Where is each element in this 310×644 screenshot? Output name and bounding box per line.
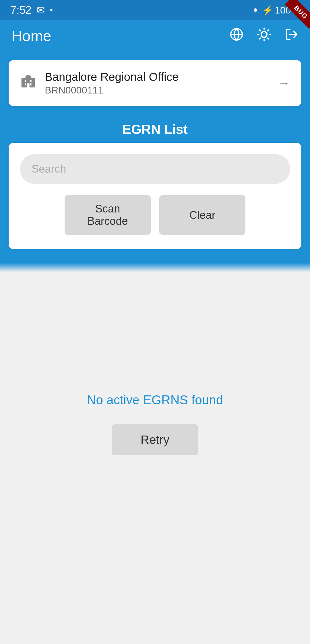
search-input[interactable] [20, 154, 290, 184]
battery-icon: ⚡ 100% [262, 5, 300, 16]
office-building-icon [20, 73, 36, 93]
signal-dot [254, 8, 257, 12]
svg-point-2 [261, 32, 267, 37]
svg-rect-9 [27, 83, 29, 87]
svg-rect-8 [30, 83, 32, 85]
office-arrow-icon: → [278, 76, 290, 90]
status-bar-left: 7:52 ✉ • [10, 4, 53, 16]
status-dot: • [50, 5, 53, 15]
office-name: Bangalore Regional Office [45, 71, 269, 83]
app-bar-icons [230, 28, 299, 44]
page-title: Home [11, 27, 51, 44]
egrn-list-title: EGRN List [9, 115, 301, 143]
status-time: 7:52 [10, 4, 32, 16]
status-bar-right: ⚡ 100% [254, 5, 300, 16]
no-egrn-message: No active EGRNS found [87, 393, 223, 407]
search-card: Scan Barcode Clear [9, 143, 301, 249]
office-info: Bangalore Regional Office BRN0000111 [45, 71, 269, 96]
logout-icon[interactable] [285, 28, 299, 44]
content-area: Bangalore Regional Office BRN0000111 → E… [0, 52, 310, 249]
svg-rect-6 [30, 80, 32, 82]
lightning-icon: ⚡ [262, 5, 273, 15]
theme-icon[interactable] [257, 28, 271, 44]
empty-state-area: No active EGRNS found Retry [0, 272, 310, 530]
office-card[interactable]: Bangalore Regional Office BRN0000111 → [9, 60, 301, 106]
telegram-icon: ✉ [37, 4, 45, 16]
bottom-area [0, 530, 310, 644]
svg-rect-5 [25, 80, 26, 82]
retry-button[interactable]: Retry [112, 424, 198, 455]
globe-icon[interactable] [230, 28, 243, 44]
clear-button[interactable]: Clear [159, 195, 245, 235]
app-bar: Home [0, 20, 310, 52]
transition-area [0, 249, 310, 272]
office-code: BRN0000111 [45, 85, 269, 96]
svg-rect-7 [25, 83, 26, 85]
scan-barcode-button[interactable]: Scan Barcode [65, 195, 151, 235]
battery-percent: 100% [275, 5, 300, 16]
search-buttons: Scan Barcode Clear [20, 195, 290, 235]
status-bar: 7:52 ✉ • ⚡ 100% BUG [0, 0, 310, 20]
